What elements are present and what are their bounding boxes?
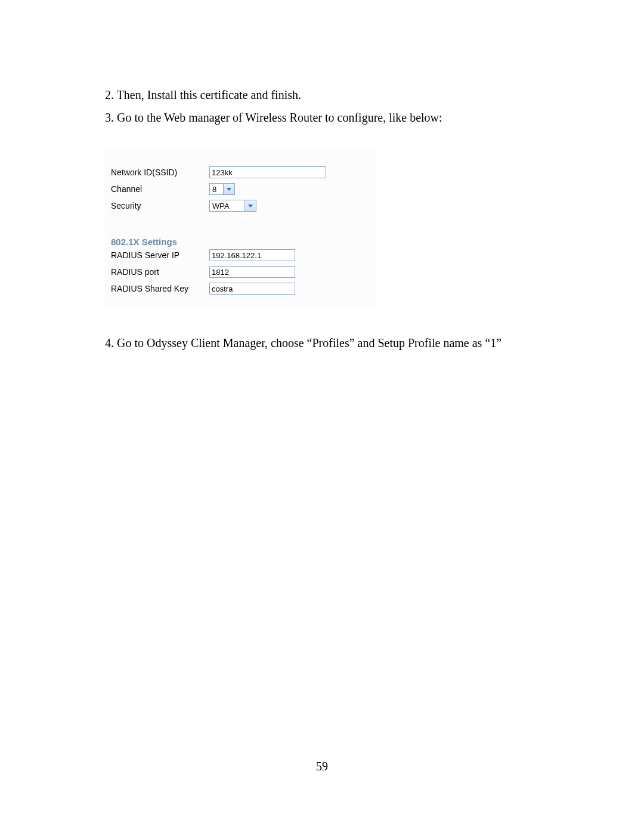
ssid-input[interactable]: 123kk [209,166,326,178]
radius-port-label: RADIUS port [111,267,209,277]
radius-key-label: RADIUS Shared Key [111,284,209,293]
chevron-down-icon [223,184,234,194]
step-2-text: 2. Then, Install this certificate and fi… [105,87,301,103]
channel-value: 8 [210,184,223,194]
step-4-text: 4. Go to Odyssey Client Manager, choose … [105,335,501,351]
radius-ip-label: RADIUS Server IP [111,250,209,260]
channel-select[interactable]: 8 [209,183,235,195]
security-value: WPA [210,200,244,211]
ssid-label: Network ID(SSID) [111,168,209,177]
step-3-text: 3. Go to the Web manager of Wireless Rou… [105,110,442,125]
radius-key-input[interactable]: costra [209,283,295,295]
security-select[interactable]: WPA [209,200,256,212]
chevron-down-icon [244,200,256,211]
page-number: 59 [0,760,644,773]
page: 2. Then, Install this certificate and fi… [0,0,644,833]
radius-port-input[interactable]: 1812 [209,266,295,278]
router-config-screenshot: Network ID(SSID) 123kk Channel 8 Securit… [105,148,376,309]
section-title-8021x: 802.1X Settings [111,237,177,247]
radius-ip-input[interactable]: 192.168.122.1 [209,249,295,261]
channel-label: Channel [111,184,209,194]
security-label: Security [111,201,209,210]
